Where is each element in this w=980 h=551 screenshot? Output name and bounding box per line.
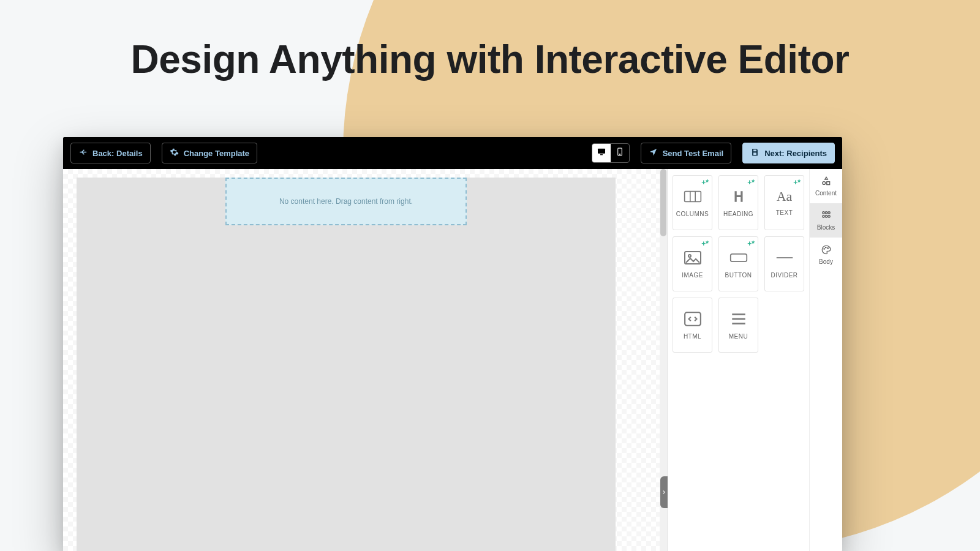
- block-label: BUTTON: [725, 272, 752, 279]
- image-icon: [684, 250, 702, 266]
- change-template-button[interactable]: Change Template: [162, 143, 257, 163]
- svg-point-19: [827, 212, 829, 214]
- shapes-icon: [821, 176, 832, 188]
- change-template-label: Change Template: [184, 149, 249, 158]
- mobile-icon: [615, 147, 625, 159]
- canvas-area: No content here. Drag content from right…: [63, 169, 667, 551]
- svg-rect-16: [826, 182, 829, 185]
- svg-rect-0: [598, 149, 605, 154]
- button-icon: [729, 250, 748, 266]
- hero-title: Design Anything with Interactive Editor: [131, 37, 850, 81]
- block-label: TEXT: [776, 209, 793, 216]
- tab-blocks[interactable]: Blocks: [810, 203, 842, 238]
- svg-rect-4: [684, 191, 701, 201]
- block-label: HEADING: [723, 211, 753, 217]
- svg-point-24: [825, 247, 826, 249]
- svg-point-8: [688, 255, 691, 257]
- tab-content[interactable]: Content: [810, 169, 842, 203]
- back-button-label: Back: Details: [92, 149, 143, 158]
- editor-body: No content here. Drag content from right…: [63, 169, 842, 551]
- menu-icon: [729, 311, 748, 327]
- send-icon: [649, 148, 658, 159]
- svg-point-18: [825, 212, 827, 214]
- app-window: Back: Details Change Template: [63, 137, 842, 551]
- svg-point-23: [823, 249, 824, 250]
- svg-point-20: [822, 216, 824, 217]
- heading-icon: [729, 189, 748, 204]
- sparkle-icon: +*: [793, 178, 801, 187]
- block-label: COLUMNS: [676, 211, 709, 217]
- sparkle-icon: +*: [701, 178, 709, 187]
- svg-point-17: [822, 212, 824, 214]
- dropzone-text: No content here. Drag content from right…: [279, 197, 413, 206]
- hero-heading: Design Anything with Interactive Editor: [0, 37, 980, 82]
- empty-dropzone[interactable]: No content here. Drag content from right…: [225, 178, 467, 225]
- blocks-area: +* COLUMNS +* HEADING +*: [668, 169, 809, 551]
- columns-icon: [684, 189, 702, 204]
- device-preview-toggle: [592, 143, 630, 163]
- block-heading[interactable]: +* HEADING: [718, 175, 758, 230]
- svg-rect-11: [685, 312, 701, 325]
- block-button[interactable]: +* BUTTON: [718, 236, 758, 291]
- chevron-right-icon: [661, 487, 667, 498]
- svg-point-21: [825, 216, 827, 217]
- block-label: MENU: [729, 333, 748, 340]
- block-label: IMAGE: [682, 272, 703, 279]
- back-button[interactable]: Back: Details: [70, 143, 151, 163]
- side-tabs: Content Blocks Body: [809, 169, 842, 551]
- mobile-view-button[interactable]: [611, 144, 629, 162]
- tab-label: Content: [815, 190, 837, 197]
- gear-icon: [170, 148, 179, 159]
- sparkle-icon: +*: [747, 239, 755, 248]
- text-icon: Aa: [777, 190, 793, 203]
- divider-icon: [775, 250, 794, 266]
- svg-point-25: [827, 248, 828, 249]
- block-label: DIVIDER: [771, 272, 797, 279]
- svg-point-15: [822, 182, 825, 185]
- send-test-label: Send Test Email: [663, 149, 723, 158]
- sparkle-icon: +*: [747, 178, 755, 187]
- tab-label: Blocks: [817, 224, 835, 231]
- editor-toolbar: Back: Details Change Template: [63, 137, 842, 169]
- grid-icon: [821, 210, 832, 222]
- block-html[interactable]: HTML: [673, 298, 712, 353]
- tab-body[interactable]: Body: [810, 238, 842, 272]
- canvas-page[interactable]: No content here. Drag content from right…: [77, 178, 616, 551]
- block-image[interactable]: +* IMAGE: [673, 236, 712, 291]
- right-panel: +* COLUMNS +* HEADING +*: [667, 169, 842, 551]
- canvas-checkerboard: No content here. Drag content from right…: [63, 169, 660, 551]
- block-label: HTML: [684, 333, 701, 340]
- svg-rect-1: [600, 154, 603, 155]
- palette-icon: [821, 244, 832, 257]
- svg-rect-9: [730, 253, 746, 261]
- next-button-label: Next: Recipients: [764, 149, 827, 158]
- panel-collapse-handle[interactable]: [660, 476, 668, 508]
- desktop-icon: [597, 147, 606, 159]
- desktop-view-button[interactable]: [592, 144, 611, 162]
- block-text[interactable]: +* Aa TEXT: [764, 175, 804, 230]
- block-divider[interactable]: DIVIDER: [764, 236, 804, 291]
- send-test-email-button[interactable]: Send Test Email: [641, 143, 731, 163]
- block-columns[interactable]: +* COLUMNS: [673, 175, 712, 230]
- next-recipients-button[interactable]: Next: Recipients: [742, 143, 835, 163]
- scrollbar-thumb[interactable]: [660, 169, 666, 236]
- block-menu[interactable]: MENU: [718, 298, 758, 353]
- html-icon: [684, 311, 702, 327]
- svg-point-3: [619, 154, 620, 154]
- tab-label: Body: [819, 258, 833, 265]
- save-icon: [750, 148, 760, 159]
- svg-point-22: [827, 216, 829, 217]
- arrow-left-icon: [78, 148, 88, 159]
- sparkle-icon: +*: [701, 239, 709, 248]
